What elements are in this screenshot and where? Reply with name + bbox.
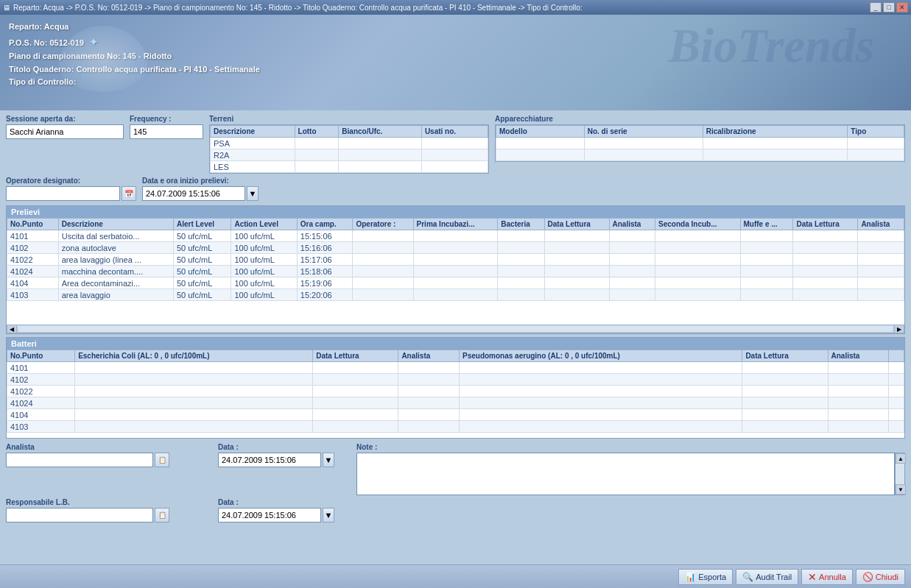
prelievi-cell bbox=[353, 266, 413, 277]
analista-data-input[interactable] bbox=[218, 453, 321, 467]
prelievi-cell: 100 ufc/mL bbox=[231, 277, 297, 289]
sessione-input[interactable] bbox=[6, 124, 124, 139]
resp-cal-btn[interactable]: 📋 bbox=[155, 508, 169, 523]
frequency-group: Frequency : bbox=[130, 115, 203, 139]
annulla-label: Annulla bbox=[819, 573, 846, 581]
batteri-cell bbox=[313, 386, 398, 397]
esporta-button[interactable]: 📊 Esporta bbox=[678, 569, 733, 585]
title-bar: 🖥 Reparto: Acqua -> P.O.S. No: 0512-019 … bbox=[0, 0, 911, 15]
resp-data-dropdown[interactable]: ▼ bbox=[323, 508, 334, 523]
prelievi-cell bbox=[655, 277, 740, 289]
prelievi-col: Muffe e ... bbox=[740, 219, 793, 230]
batteri-cell: 4104 bbox=[7, 409, 75, 421]
analista-data-dropdown[interactable]: ▼ bbox=[323, 453, 334, 467]
prelievi-cell bbox=[353, 230, 413, 242]
batteri-cell bbox=[889, 374, 904, 386]
prelievi-table: No.PuntoDescrizioneAlert LevelAction Lev… bbox=[7, 218, 904, 301]
prelievi-cell: area lavaggio (linea ... bbox=[58, 254, 173, 266]
chiudi-label: Chiudi bbox=[876, 573, 898, 581]
batteri-title: Batteri bbox=[7, 338, 904, 350]
batteri-cell bbox=[742, 421, 828, 433]
batteri-table-wrap[interactable]: No.PuntoEscherichia Coli (AL: 0 , 0 ufc/… bbox=[7, 350, 904, 438]
frequency-input[interactable] bbox=[130, 124, 203, 139]
batteri-cell: 41024 bbox=[7, 397, 75, 409]
prelievi-cell bbox=[858, 289, 904, 301]
batteri-cell bbox=[313, 362, 398, 374]
titolo-label: Titolo Quaderno: Controllo acqua purific… bbox=[9, 63, 902, 77]
chiudi-button[interactable]: 🚫 Chiudi bbox=[856, 569, 905, 585]
app-col-ricalibrazione: Ricalibrazione bbox=[703, 126, 848, 138]
piano-label: Piano di campionamento No: 145 - Ridotto bbox=[9, 50, 902, 63]
resp-label: Responsabile L.B. bbox=[6, 498, 212, 506]
prelievi-col: Operatore : bbox=[353, 219, 413, 230]
note-textarea[interactable] bbox=[356, 453, 895, 495]
note-scroll-up[interactable]: ▲ bbox=[896, 453, 906, 464]
batteri-cell bbox=[742, 397, 828, 409]
batteri-cell bbox=[889, 409, 904, 421]
analista-input[interactable] bbox=[6, 453, 153, 467]
prelievi-cell: 100 ufc/mL bbox=[231, 289, 297, 301]
prelievi-cell: 100 ufc/mL bbox=[231, 254, 297, 266]
batteri-table: No.PuntoEscherichia Coli (AL: 0 , 0 ufc/… bbox=[7, 350, 904, 433]
maximize-button[interactable]: □ bbox=[883, 2, 895, 13]
batteri-cell bbox=[828, 362, 889, 374]
app-col-modello: Modello bbox=[496, 126, 585, 138]
prelievi-cell: 4103 bbox=[7, 289, 59, 301]
prelievi-cell bbox=[609, 277, 655, 289]
batteri-cell bbox=[459, 421, 742, 433]
data-dropdown-btn[interactable]: ▼ bbox=[247, 186, 258, 201]
prelievi-scroll-left[interactable]: ◀ bbox=[7, 325, 17, 333]
annulla-button[interactable]: ✕ Annulla bbox=[801, 569, 853, 585]
prelievi-scrollbar[interactable]: ◀ ▶ bbox=[7, 325, 904, 333]
prelievi-cell bbox=[740, 230, 793, 242]
batteri-cell bbox=[889, 362, 904, 374]
prelievi-table-wrap[interactable]: No.PuntoDescrizioneAlert LevelAction Lev… bbox=[7, 218, 904, 325]
app-col-serie: No. di serie bbox=[584, 126, 703, 138]
prelievi-row: 41022area lavaggio (linea ...50 ufc/mL10… bbox=[7, 254, 904, 266]
analista-cal-btn[interactable]: 📋 bbox=[155, 453, 169, 467]
prelievi-cell bbox=[498, 266, 544, 277]
data-inizio-input[interactable] bbox=[142, 186, 245, 201]
pos-label: P.O.S. No: 0512-019 ✦ bbox=[9, 34, 902, 50]
prelievi-cell bbox=[413, 242, 498, 254]
resp-input[interactable] bbox=[6, 508, 153, 523]
prelievi-cell: 15:16:06 bbox=[297, 242, 353, 254]
operatore-cal-btn[interactable]: 📅 bbox=[122, 186, 136, 201]
terreni-cell: R2A bbox=[211, 149, 295, 161]
batteri-row: 4104 bbox=[7, 409, 904, 421]
prelievi-cell: 50 ufc/mL bbox=[173, 289, 231, 301]
analista-label: Analista bbox=[6, 443, 212, 451]
batteri-cell bbox=[313, 421, 398, 433]
minimize-button[interactable]: _ bbox=[870, 2, 882, 13]
audit-trail-button[interactable]: 🔍 Audit Trail bbox=[736, 569, 798, 585]
batteri-row: 4102 bbox=[7, 374, 904, 386]
prelievi-row: 4102zona autoclave50 ufc/mL100 ufc/mL15:… bbox=[7, 242, 904, 254]
prelievi-cell bbox=[655, 230, 740, 242]
prelievi-cell bbox=[544, 266, 609, 277]
prelievi-cell bbox=[413, 266, 498, 277]
prelievi-cell bbox=[353, 242, 413, 254]
prelievi-title: Prelievi bbox=[7, 206, 904, 218]
batteri-cell bbox=[313, 374, 398, 386]
prelievi-col: Descrizione bbox=[58, 219, 173, 230]
close-button[interactable]: ✕ bbox=[896, 2, 908, 13]
batteri-col: Data Lettura bbox=[313, 350, 398, 362]
batteri-cell bbox=[75, 362, 313, 374]
prelievi-scroll-right[interactable]: ▶ bbox=[894, 325, 904, 333]
prelievi-cell bbox=[609, 266, 655, 277]
window-title: Reparto: Acqua -> P.O.S. No: 0512-019 ->… bbox=[13, 4, 582, 12]
batteri-section: Batteri No.PuntoEscherichia Coli (AL: 0 … bbox=[6, 337, 905, 439]
terreni-label: Terreni bbox=[209, 115, 489, 123]
batteri-cell bbox=[398, 386, 460, 397]
terreni-cell bbox=[421, 149, 488, 161]
resp-data-input[interactable] bbox=[218, 508, 321, 523]
audit-trail-label: Audit Trail bbox=[756, 573, 792, 581]
operatore-input[interactable] bbox=[6, 186, 120, 201]
prelievi-cell bbox=[858, 230, 904, 242]
prelievi-col: Analista bbox=[609, 219, 655, 230]
terreni-col-descrizione: Descrizione bbox=[211, 126, 295, 138]
batteri-cell bbox=[75, 397, 313, 409]
prelievi-cell: 4104 bbox=[7, 277, 59, 289]
prelievi-cell bbox=[544, 277, 609, 289]
note-scroll-down[interactable]: ▼ bbox=[896, 484, 906, 495]
